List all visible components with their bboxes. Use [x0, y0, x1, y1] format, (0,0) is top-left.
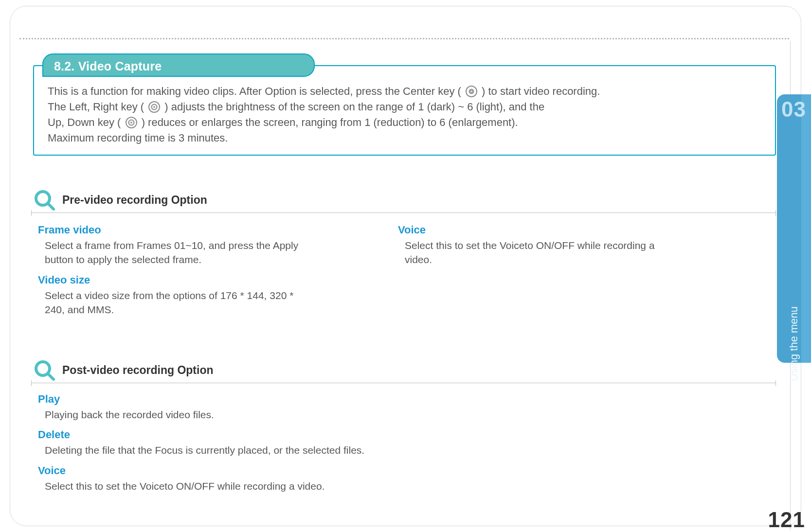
- option-desc: Playing back the recorded video files.: [45, 408, 670, 422]
- pre-col-right: Voice Select this to set the Voiceto ON/…: [398, 224, 670, 274]
- up-down-key-icon: [125, 116, 138, 129]
- intro-line-3: Up, Down key ( ) reduces or enlarges the…: [48, 115, 761, 130]
- option-desc: Deleting the file that the Focus is curr…: [45, 443, 670, 457]
- intro-line-1: This is a function for making video clip…: [48, 84, 761, 99]
- section-intro-box: This is a function for making video clip…: [33, 65, 776, 156]
- chapter-tab: 03 Using the menu: [777, 94, 811, 363]
- option-title: Delete: [38, 428, 670, 441]
- option-desc: Select this to set the Voiceto ON/OFF wh…: [405, 238, 670, 267]
- intro-text: ) adjusts the brightness of the screen o…: [164, 101, 544, 113]
- intro-text: This is a function for making video clip…: [48, 85, 464, 97]
- intro-line-2: The Left, Right key ( ) adjusts the brig…: [48, 99, 761, 115]
- option-voice-post: Voice Select this to set the Voiceto ON/…: [38, 464, 670, 493]
- chapter-number: 03: [781, 97, 806, 122]
- svg-line-10: [48, 203, 54, 209]
- left-right-key-icon: [148, 101, 161, 113]
- magnifier-icon: [33, 189, 55, 211]
- intro-line-4: Maximum recording time is 3 minutes.: [48, 130, 761, 146]
- option-video-size: Video size Select a video size from the …: [38, 274, 315, 317]
- intro-text: Up, Down key (: [48, 116, 124, 128]
- dotted-rule: [19, 38, 789, 39]
- manual-page: This is a function for making video clip…: [0, 0, 811, 532]
- pre-subheader: Pre-video recording Option: [33, 189, 776, 211]
- intro-text: The Left, Right key (: [48, 101, 147, 113]
- center-key-icon: [465, 85, 478, 98]
- option-play: Play Playing back the recorded video fil…: [38, 393, 670, 422]
- intro-text: ) to start video recording.: [482, 85, 600, 97]
- option-desc: Select a video size from the options of …: [45, 288, 315, 317]
- pre-title: Pre-video recording Option: [62, 194, 207, 207]
- option-title: Voice: [398, 224, 670, 236]
- option-frame-video: Frame video Select a frame from Frames 0…: [38, 224, 315, 267]
- page-number: 121: [768, 508, 805, 532]
- section-title-tab: 8.2. Video Capture: [42, 53, 315, 77]
- option-title: Video size: [38, 274, 315, 286]
- post-subheader: Post-video recording Option: [33, 359, 776, 381]
- option-desc: Select this to set the Voiceto ON/OFF wh…: [45, 479, 670, 493]
- svg-point-8: [130, 122, 132, 124]
- svg-point-5: [153, 106, 155, 108]
- option-title: Play: [38, 393, 670, 406]
- intro-text: ) reduces or enlarges the screen, rangin…: [142, 116, 518, 128]
- post-col: Play Playing back the recorded video fil…: [38, 393, 670, 500]
- chapter-tab-stripe: [801, 94, 811, 363]
- chapter-label: Using the menu: [788, 306, 800, 381]
- option-desc: Select a frame from Frames 01~10, and pr…: [45, 238, 315, 267]
- svg-line-12: [48, 373, 54, 379]
- magnifier-icon: [33, 359, 55, 381]
- option-delete: Delete Deleting the file that the Focus …: [38, 428, 670, 457]
- pre-col-left: Frame video Select a frame from Frames 0…: [38, 224, 315, 324]
- option-voice-pre: Voice Select this to set the Voiceto ON/…: [398, 224, 670, 267]
- post-title: Post-video recording Option: [62, 364, 214, 377]
- option-title: Voice: [38, 464, 670, 477]
- svg-point-2: [470, 90, 472, 92]
- option-title: Frame video: [38, 224, 315, 236]
